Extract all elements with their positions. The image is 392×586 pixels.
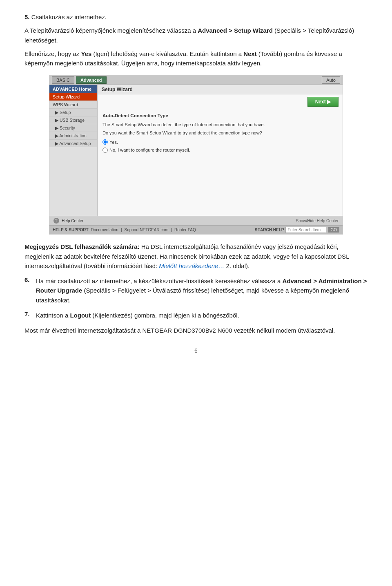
next-button[interactable]: Next ▶ <box>307 97 339 107</box>
step5-bold1: Advanced > Setup Wizard <box>198 27 273 34</box>
bottom-separator1: | <box>121 228 122 232</box>
help-support-label: HELP & SUPPORT <box>53 228 89 232</box>
step5-yes: Yes <box>81 50 91 57</box>
detect-desc2: Do you want the Smart Setup Wizard to tr… <box>102 130 338 136</box>
main-title: Setup Wizard <box>98 85 343 94</box>
sidebar-item-advanced-setup[interactable]: ▶ Advanced Setup <box>49 139 97 147</box>
search-help-label: SEARCH HELP <box>255 228 284 232</box>
note-end: 2. oldal). <box>224 262 249 269</box>
main-content-box: Auto-Detect Connection Type The Smart Se… <box>98 109 343 158</box>
step6-item: 6. Ha már csatlakozott az internethez, a… <box>24 276 368 305</box>
tab-advanced[interactable]: Advanced <box>76 76 107 84</box>
step7-item: 7. Kattintson a Logout (Kijelentkezés) g… <box>24 311 368 320</box>
bottom-left: HELP & SUPPORT Documentation | Support.N… <box>53 228 196 232</box>
router-help-bar: ? Help Center Show/Hide Help Center <box>49 216 343 225</box>
bottom-separator2: | <box>171 228 172 232</box>
page-number: 6 <box>24 347 368 354</box>
step6-body: Ha már csatlakozott az internethez, a ké… <box>36 276 368 305</box>
step5-title: Csatlakozás az internethez. <box>31 13 107 20</box>
step5-text1: A Telepítővarázsló képernyőjének megjele… <box>24 27 354 43</box>
step5-para2: Ellenőrizze, hogy az Yes (Igen) lehetősé… <box>24 49 368 68</box>
search-input[interactable] <box>285 227 326 233</box>
sidebar-item-administration[interactable]: ▶ Administration <box>49 132 97 139</box>
radio-no-row: No, I want to configure the router mysel… <box>102 147 338 154</box>
sidebar-item-security[interactable]: ▶ Security <box>49 124 97 132</box>
help-label[interactable]: Help Center <box>62 219 83 223</box>
router-topbar: BASIC Advanced Auto <box>49 76 343 85</box>
step6-number: 6. <box>24 276 32 305</box>
step6-text-pre: Ha már csatlakozott az internethez, a ké… <box>36 277 283 284</box>
sidebar-item-setup[interactable]: ▶ Setup <box>49 108 97 116</box>
router-ui: BASIC Advanced Auto ADVANCED Home Setup … <box>49 76 343 234</box>
radio-no-label: No, I want to configure the router mysel… <box>109 147 190 154</box>
help-icon: ? <box>53 218 59 224</box>
tab-auto[interactable]: Auto <box>322 76 340 84</box>
next-btn-row: Next ▶ <box>98 94 343 109</box>
step5-number: 5. <box>24 13 30 20</box>
step5-heading: 5. Csatlakozás az internethez. <box>24 12 368 22</box>
bottom-link-faq[interactable]: Router FAQ <box>174 228 196 232</box>
sidebar-header[interactable]: ADVANCED Home <box>49 85 97 93</box>
detect-title: Auto-Detect Connection Type <box>102 112 338 119</box>
router-sidebar: ADVANCED Home Setup Wizard WPS Wizard ▶ … <box>49 85 98 216</box>
final-para: Most már élvezheti internetszolgáltatásá… <box>24 326 368 335</box>
step5-text2: Ellenőrizze, hogy az Yes (Igen) lehetősé… <box>24 50 342 67</box>
tab-basic[interactable]: BASIC <box>52 76 74 84</box>
go-button[interactable]: GO <box>328 227 339 233</box>
radio-yes[interactable] <box>102 139 108 145</box>
sidebar-item-usb-storage[interactable]: ▶ USB Storage <box>49 116 97 124</box>
step7-body: Kattintson a Logout (Kijelentkezés) gomb… <box>36 311 368 320</box>
router-main: Setup Wizard Next ▶ Auto-Detect Connecti… <box>98 85 343 216</box>
bottom-link-doc[interactable]: Documentation <box>91 228 118 232</box>
sidebar-item-setup-wizard[interactable]: Setup Wizard <box>49 93 97 101</box>
step5-next: Next <box>243 50 257 57</box>
step7-bold: Logout <box>70 312 91 319</box>
step7-text-pre: Kattintson a <box>36 312 70 319</box>
note-block: Megjegyzés DSL felhasználók számára: Ha … <box>24 242 368 271</box>
detect-desc1: The Smart Setup Wizard can detect the ty… <box>102 121 338 128</box>
step5-para1: A Telepítővarázsló képernyőjének megjele… <box>24 26 368 45</box>
search-area: SEARCH HELP GO <box>255 227 339 233</box>
sidebar-item-wps-wizard[interactable]: WPS Wizard <box>49 101 97 108</box>
router-body: ADVANCED Home Setup Wizard WPS Wizard ▶ … <box>49 85 343 216</box>
step6-text-post: (Speciális > Felügyelet > Útválasztó fri… <box>36 287 349 303</box>
radio-no[interactable] <box>102 148 108 153</box>
router-screenshot: BASIC Advanced Auto ADVANCED Home Setup … <box>49 75 343 235</box>
note-title: Megjegyzés DSL felhasználók számára: <box>24 243 140 250</box>
content-area: 5. Csatlakozás az internethez. A Telepít… <box>24 12 368 354</box>
help-link[interactable]: Show/Hide Help Center <box>296 219 339 223</box>
router-bottom-bar: HELP & SUPPORT Documentation | Support.N… <box>49 225 343 234</box>
radio-yes-label: Yes. <box>109 139 118 146</box>
step7-number: 7. <box>24 311 32 320</box>
radio-yes-row: Yes. <box>102 139 338 146</box>
note-link[interactable]: Mielőtt hozzákezdene… <box>159 262 224 269</box>
step7-text-post: (Kijelentkezés) gombra, majd lépjen ki a… <box>91 312 239 319</box>
bottom-link-support[interactable]: Support.NETGEAR.com <box>124 228 168 232</box>
